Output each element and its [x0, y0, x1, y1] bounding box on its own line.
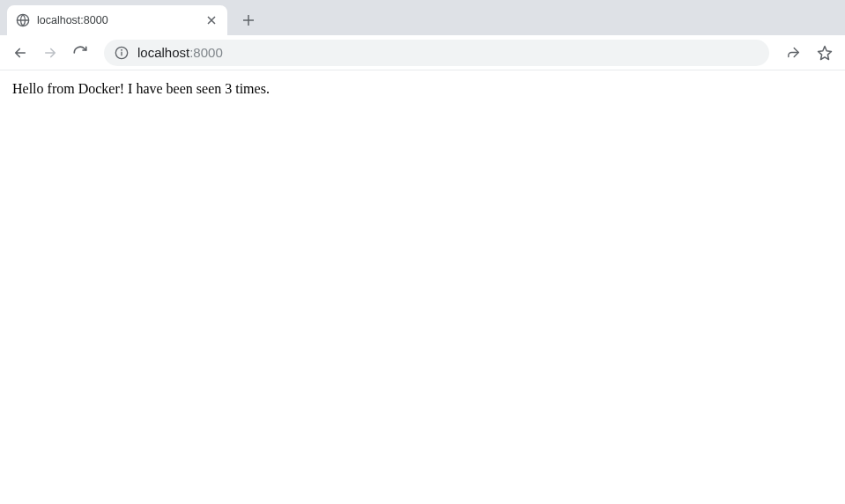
- url-host: localhost: [137, 45, 189, 60]
- close-icon[interactable]: [204, 13, 219, 27]
- page-content: Hello from Docker! I have been seen 3 ti…: [0, 70, 845, 107]
- forward-button[interactable]: [37, 40, 63, 66]
- svg-point-3: [122, 49, 122, 50]
- bookmark-button[interactable]: [812, 40, 838, 66]
- tab-bar: localhost:8000: [0, 0, 845, 35]
- info-icon[interactable]: [115, 46, 129, 60]
- browser-chrome: localhost:8000: [0, 0, 845, 70]
- toolbar-right: [780, 40, 838, 66]
- browser-tab[interactable]: localhost:8000: [7, 5, 227, 35]
- tab-title: localhost:8000: [37, 14, 197, 26]
- url-input[interactable]: localhost:8000: [137, 45, 759, 60]
- globe-icon: [16, 13, 30, 27]
- toolbar: localhost:8000: [0, 35, 845, 70]
- url-port: :8000: [189, 45, 223, 60]
- back-button[interactable]: [7, 40, 33, 66]
- address-bar[interactable]: localhost:8000: [104, 40, 769, 66]
- new-tab-button[interactable]: [236, 8, 261, 33]
- share-button[interactable]: [780, 40, 806, 66]
- page-body-text: Hello from Docker! I have been seen 3 ti…: [12, 81, 270, 96]
- reload-button[interactable]: [67, 40, 93, 66]
